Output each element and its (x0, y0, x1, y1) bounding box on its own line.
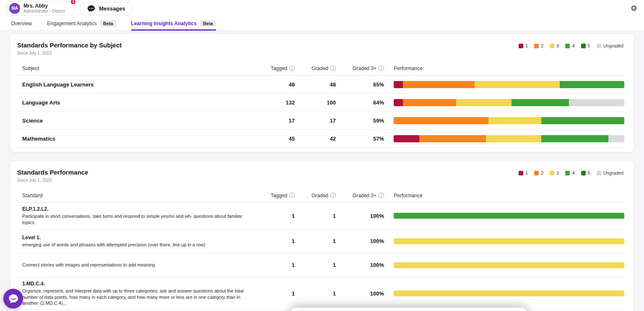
legend-item: 3 (550, 170, 559, 175)
table-row: ELP.1.2.L2. Participate in short convers… (17, 203, 623, 230)
performance-bar (394, 290, 624, 296)
table-row: Connect stories with images and represen… (17, 254, 623, 277)
beta-badge: Beta (100, 20, 116, 27)
legend-swatch (565, 44, 570, 48)
legend-swatch (597, 171, 601, 175)
notification-badge: 3 (70, 0, 76, 5)
legend-swatch (534, 171, 539, 175)
tab-overview[interactable]: Overview (11, 17, 32, 30)
legend-item: 1 (519, 43, 528, 48)
table-row: Science 17 17 59% (17, 112, 623, 130)
performance-bar (394, 238, 624, 244)
chat-launcher-button[interactable] (3, 289, 23, 308)
standards-performance-card: Standards Performance Since July 1, 2023… (10, 161, 634, 311)
gear-icon[interactable]: ⚙ (631, 5, 637, 12)
graded3-value: 100% (336, 213, 384, 219)
legend-label: 5 (588, 43, 590, 48)
subject-name: Language Arts (17, 99, 258, 106)
table-header-row: Subject Taggedi Gradedi Graded 3+i Perfo… (17, 61, 623, 76)
standard-description: Participate in short conversations, take… (22, 213, 249, 226)
legend-swatch (565, 171, 570, 175)
card-title: Standards Performance by Subject (17, 42, 122, 49)
performance-bar (394, 262, 624, 268)
standard-code: 1.MD.C.4. (22, 281, 258, 287)
graded3-value: 100% (336, 262, 384, 268)
info-icon[interactable]: i (330, 193, 336, 198)
column-graded: Gradedi (295, 65, 336, 71)
legend-item: 3 (550, 43, 559, 48)
column-performance: Performance (384, 65, 624, 71)
card-subtitle: Since July 1, 2023 (17, 51, 122, 55)
performance-bar (394, 81, 624, 88)
table-row: Level 1. emerging use of words and phras… (17, 230, 623, 254)
legend-item: 4 (565, 170, 574, 175)
top-bar: MA Mrs. Abby Administrator - District 3 … (0, 0, 644, 17)
performance-bar (394, 99, 624, 106)
card-subtitle: Since July 1, 2023 (17, 178, 88, 183)
tagged-value: 45 (258, 136, 295, 142)
legend-swatch (550, 171, 554, 175)
graded3-value: 65% (336, 81, 384, 88)
messages-label: Messages (99, 5, 125, 12)
graded-value: 42 (295, 136, 336, 142)
card-title: Standards Performance (17, 169, 88, 176)
legend-item: Ungraded (597, 170, 623, 175)
legend-item: 5 (581, 43, 590, 48)
subject-name: Science (17, 118, 258, 124)
table-row: Language Arts 132 100 64% (17, 94, 623, 112)
graded3-value: 64% (336, 99, 384, 106)
avatar: MA (9, 3, 20, 14)
subjects-table: Subject Taggedi Gradedi Graded 3+i Perfo… (17, 61, 623, 148)
column-graded: Gradedi (295, 193, 336, 199)
legend-label: 2 (541, 170, 543, 175)
bottom-sheet-edge (289, 308, 528, 311)
info-icon[interactable]: i (379, 193, 384, 198)
legend-label: Ungraded (603, 170, 623, 175)
column-standard: Standard (17, 193, 258, 199)
graded-value: 1 (295, 290, 336, 297)
legend-item: 1 (519, 170, 528, 175)
info-icon[interactable]: i (330, 65, 336, 71)
graded3-value: 100% (336, 290, 384, 297)
info-icon[interactable]: i (379, 65, 384, 71)
legend-item: 5 (581, 170, 590, 175)
legend-label: 3 (556, 170, 559, 175)
tab-engagement-analytics[interactable]: Engagement Analytics Beta (47, 17, 116, 30)
user-name: Mrs. Abby (23, 3, 65, 9)
graded-value: 100 (295, 99, 336, 106)
tagged-value: 48 (258, 81, 295, 88)
standards-table: Standard Taggedi Gradedi Graded 3+i Perf… (17, 188, 623, 310)
chat-bubble-icon (87, 5, 95, 12)
beta-badge: Beta (200, 20, 216, 27)
subject-name: Mathematics (17, 136, 258, 142)
chat-launcher-icon (8, 293, 19, 304)
legend-label: 4 (572, 43, 574, 48)
tagged-value: 17 (258, 118, 295, 124)
legend-swatch (519, 171, 523, 175)
performance-bar (394, 213, 624, 219)
user-info: Mrs. Abby Administrator - District (23, 3, 65, 14)
performance-legend: 1 2 3 4 5 Ungraded (519, 170, 623, 175)
legend-swatch (519, 44, 523, 48)
subject-name: English Language Learners (17, 81, 258, 88)
legend-label: Ungraded (603, 43, 623, 48)
tab-learning-insights-analytics[interactable]: Learning Insights Analytics Beta (131, 17, 216, 30)
tagged-value: 1 (258, 262, 295, 268)
legend-item: 2 (534, 43, 543, 48)
info-icon[interactable]: i (289, 65, 295, 71)
column-performance: Performance (384, 193, 624, 199)
standards-by-subject-card: Standards Performance by Subject Since J… (10, 34, 634, 152)
info-icon[interactable]: i (289, 193, 295, 198)
graded3-value: 57% (336, 136, 384, 142)
legend-swatch (597, 44, 601, 48)
column-graded3: Graded 3+i (336, 193, 384, 199)
graded3-value: 59% (336, 118, 384, 124)
table-row: Mathematics 45 42 57% (17, 130, 623, 148)
column-graded3: Graded 3+i (336, 65, 384, 71)
tagged-value: 1 (258, 213, 295, 219)
user-account-chip[interactable]: MA Mrs. Abby Administrator - District 3 (7, 1, 74, 16)
table-header-row: Standard Taggedi Gradedi Graded 3+i Perf… (17, 188, 623, 203)
performance-bar (394, 135, 624, 142)
messages-button[interactable]: Messages (80, 2, 132, 15)
legend-label: 4 (572, 170, 574, 175)
